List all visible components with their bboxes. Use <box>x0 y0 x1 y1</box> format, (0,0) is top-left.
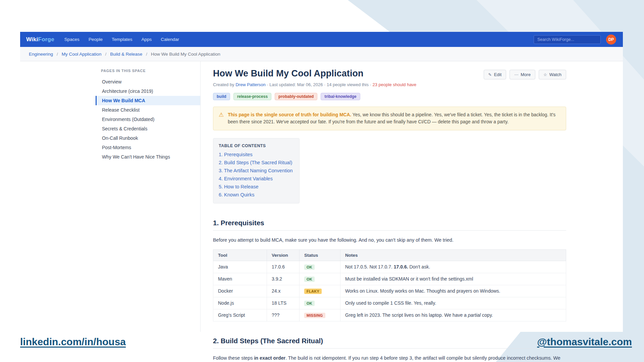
sidebar-item-environments[interactable]: Environments (Outdated) <box>96 115 200 124</box>
more-button-label: More <box>521 72 531 77</box>
column-header-version: Version <box>267 249 300 261</box>
toc-link-artifact-naming[interactable]: 3. The Artifact Naming Convention <box>219 168 293 173</box>
edit-button[interactable]: ✎Edit <box>484 70 506 79</box>
table-row: Maven 3.9.2 OK Must be installed via SDK… <box>213 273 566 285</box>
notes-text: Works on Linux. Mostly works on Mac. Tho… <box>345 288 500 294</box>
more-button[interactable]: ⋯More <box>509 70 535 79</box>
warning-banner-text: This page is the single source of truth … <box>228 111 560 126</box>
prerequisites-intro: Before you attempt to build MCA, make su… <box>213 236 566 244</box>
sidebar-item-release-checklist[interactable]: Release Checklist <box>96 105 200 115</box>
left-spacer <box>20 61 96 332</box>
notes-text: copy. <box>481 312 493 318</box>
column-header-status: Status <box>300 249 340 261</box>
version-cell: ??? <box>267 309 300 321</box>
section-heading-build-steps: 2. Build Steps (The Sacred Ritual) <box>213 337 566 349</box>
sidebar-item-post-mortems[interactable]: Post-Mortems <box>96 143 200 152</box>
nav-item-templates[interactable]: Templates <box>112 37 132 42</box>
status-cell: OK <box>300 273 340 285</box>
tag-probably-outdated[interactable]: probably-outdated <box>275 93 317 100</box>
page-header: How We Build My Cool Application ✎Edit ⋯… <box>213 68 566 79</box>
toc-link-how-to-release[interactable]: 5. How to Release <box>219 184 293 189</box>
edit-button-label: Edit <box>494 72 501 77</box>
status-cell: OK <box>300 261 340 273</box>
star-icon: ☆ <box>543 72 547 77</box>
status-cell: FLAKY <box>300 285 340 297</box>
sidebar-item-architecture[interactable]: Architecture (circa 2019) <box>96 86 200 96</box>
breadcrumb-link-build-release[interactable]: Build & Release <box>110 52 142 57</box>
breadcrumb-current-page: How We Build My Cool Application <box>151 52 220 57</box>
toc-link-prerequisites[interactable]: 1. Prerequisites <box>219 152 293 157</box>
notes-cell: Greg left in 2023. The script lives on h… <box>340 309 566 321</box>
sidebar-item-secrets-credentials[interactable]: Secrets & Credentials <box>96 124 200 133</box>
section-heading-prerequisites: 1. Prerequisites <box>213 219 566 231</box>
tag-tribal-knowledge[interactable]: tribal-knowledge <box>321 93 360 100</box>
notes-text: Don't ask. <box>408 264 430 269</box>
status-badge: MISSING <box>304 313 325 318</box>
notes-italic-text: partial <box>468 312 481 318</box>
table-row: Node.js 18 LTS OK Only used to compile 1… <box>213 297 566 309</box>
sidebar-item-how-we-build-mca[interactable]: How We Build MCA <box>96 96 200 105</box>
column-header-notes: Notes <box>340 249 566 261</box>
notes-cell: Must be installed via SDKMAN or it won't… <box>340 273 566 285</box>
nav-item-people[interactable]: People <box>89 37 103 42</box>
author-link[interactable]: Drew Patterson <box>235 82 266 87</box>
page-title: How We Build My Cool Application <box>213 68 364 79</box>
sidebar-item-on-call-runbook[interactable]: On-Call Runbook <box>96 133 200 143</box>
toc-link-known-quirks[interactable]: 6. Known Quirks <box>219 192 293 197</box>
warning-banner-lead: This page is the single source of truth … <box>228 112 351 117</box>
tool-cell: Java <box>213 261 267 273</box>
notes-text: Only used to compile 1 CSS file. Yes, re… <box>345 300 436 306</box>
sidebar-item-why-we-cant-have-nice-things[interactable]: Why We Can't Have Nice Things <box>96 152 200 162</box>
watch-button[interactable]: ☆Watch <box>539 70 566 79</box>
user-avatar[interactable]: DP <box>606 35 616 45</box>
tag-list: build release-process probably-outdated … <box>213 93 566 100</box>
tag-release-process[interactable]: release-process <box>233 93 271 100</box>
tool-cell: Node.js <box>213 297 267 309</box>
breadcrumb-separator: / <box>57 52 58 57</box>
intro-text: Follow these steps <box>213 355 254 361</box>
column-header-tool: Tool <box>213 249 267 261</box>
version-cell: 17.0.6 <box>267 261 300 273</box>
nav-item-calendar[interactable]: Calendar <box>161 37 179 42</box>
nav-links: Spaces People Templates Apps Calendar <box>64 37 179 42</box>
table-row: Greg's Script ??? MISSING Greg left in 2… <box>213 309 566 321</box>
ellipsis-icon: ⋯ <box>514 72 518 77</box>
toc-heading: TABLE OF CONTENTS <box>219 143 293 148</box>
logo-part-wiki: Wiki <box>26 36 38 43</box>
wikiforge-logo[interactable]: WikiForge <box>26 36 54 43</box>
breadcrumb-link-engineering[interactable]: Engineering <box>29 52 53 57</box>
status-badge: OK <box>304 301 315 306</box>
sidebar-heading: PAGES IN THIS SPACE <box>96 69 200 73</box>
prerequisites-table: Tool Version Status Notes Java 17.0.6 OK… <box>213 249 566 321</box>
tag-build[interactable]: build <box>213 93 230 100</box>
breadcrumb-separator: / <box>105 52 106 57</box>
meta-highlight-text: 23 people should have <box>373 82 417 87</box>
build-steps-intro: Follow these steps in exact order. The b… <box>213 354 566 362</box>
nav-item-apps[interactable]: Apps <box>141 37 152 42</box>
version-cell: 3.9.2 <box>267 273 300 285</box>
notes-cell: Works on Linux. Mostly works on Mac. Tho… <box>340 285 566 297</box>
toc-link-build-steps[interactable]: 2. Build Steps (The Sacred Ritual) <box>219 160 293 165</box>
notes-text: Greg left in 2023. The script lives on h… <box>345 312 468 318</box>
linkedin-link[interactable]: linkedin.com/in/housa <box>20 336 126 348</box>
app-body: PAGES IN THIS SPACE Overview Architectur… <box>20 61 623 332</box>
notes-bold-text: 17.0.6. <box>394 264 408 269</box>
table-row: Docker 24.x FLAKY Works on Linux. Mostly… <box>213 285 566 297</box>
top-navbar: WikiForge Spaces People Templates Apps C… <box>20 32 623 47</box>
toc-link-environment-variables[interactable]: 4. Environment Variables <box>219 176 293 181</box>
sidebar-item-overview[interactable]: Overview <box>96 77 200 86</box>
status-cell: OK <box>300 297 340 309</box>
nav-item-spaces[interactable]: Spaces <box>64 37 79 42</box>
warning-icon: ⚠ <box>219 111 224 126</box>
table-header-row: Tool Version Status Notes <box>213 249 566 261</box>
status-badge: FLAKY <box>304 289 322 294</box>
version-cell: 18 LTS <box>267 297 300 309</box>
breadcrumb-link-my-cool-application[interactable]: My Cool Application <box>62 52 102 57</box>
wiki-app-window: WikiForge Spaces People Templates Apps C… <box>20 32 623 332</box>
warning-banner: ⚠ This page is the single source of trut… <box>213 107 566 130</box>
space-sidebar: PAGES IN THIS SPACE Overview Architectur… <box>96 61 201 332</box>
thomasvitale-link[interactable]: @thomasvitale.com <box>537 336 632 348</box>
table-row: Java 17.0.6 OK Not 17.0.5. Not 17.0.7. 1… <box>213 261 566 273</box>
pencil-icon: ✎ <box>488 72 492 77</box>
search-input[interactable] <box>534 35 601 44</box>
